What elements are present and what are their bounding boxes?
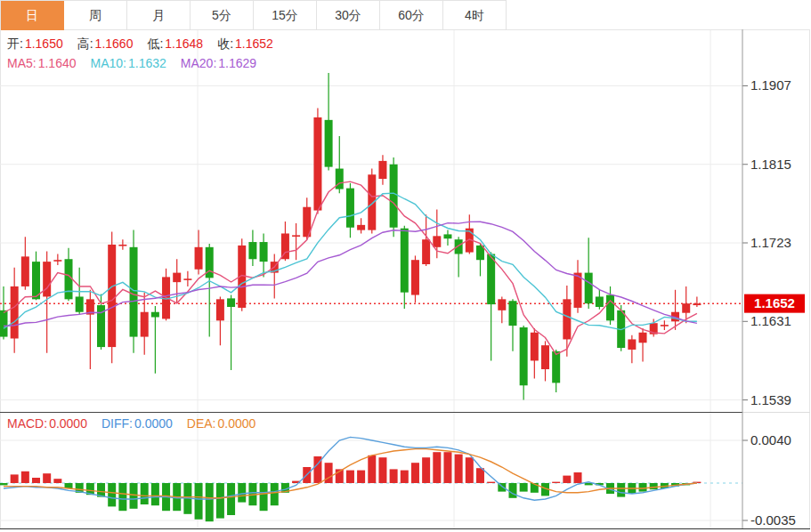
ma-item: MA10:1.1632	[91, 56, 166, 70]
candle-body	[682, 303, 690, 313]
macd-hist-bar	[195, 483, 203, 520]
macd-value: 0.0000	[217, 416, 255, 431]
candle-body	[21, 256, 29, 286]
candle-body	[76, 296, 84, 311]
candle-body	[53, 260, 61, 262]
candle-body	[313, 117, 321, 211]
candle-body	[422, 239, 430, 264]
macd-hist-bar	[617, 483, 625, 497]
candle-body	[357, 225, 365, 230]
candlestick-chart-canvas: 1.19071.18151.17231.16311.15390.0040-0.0…	[0, 0, 811, 532]
timeframe-tab-bar: 日周月5分15分30分60分4时	[0, 0, 507, 29]
candle-body	[520, 327, 528, 385]
ma-item: MA20:1.1629	[181, 56, 256, 70]
ohlc-legend: 开:1.1650高:1.1660低:1.1648收:1.1652	[7, 36, 288, 52]
candle-body	[130, 247, 138, 337]
candle-body	[346, 189, 354, 228]
macd-hist-bar	[455, 455, 463, 483]
macd-tick-label: -0.0035	[750, 512, 796, 528]
macd-hist-bar	[411, 463, 419, 483]
candle-body	[411, 260, 419, 294]
ma-label: MA5:	[7, 56, 36, 70]
candle-body	[108, 245, 116, 347]
ohlc-item: 低:1.1648	[147, 36, 203, 52]
ma-item: MA5:1.1640	[7, 56, 77, 70]
candle-body	[378, 161, 386, 179]
last-price-badge-text: 1.1652	[754, 295, 795, 310]
tab-5分[interactable]: 5分	[191, 1, 254, 30]
tab-60分[interactable]: 60分	[380, 1, 443, 30]
tab-15分[interactable]: 15分	[254, 1, 317, 30]
tab-周[interactable]: 周	[64, 1, 127, 30]
candle-body	[118, 245, 126, 246]
candle-body	[552, 351, 560, 383]
ohlc-label: 开:	[7, 36, 23, 52]
ohlc-label: 收:	[217, 36, 233, 52]
candle-body	[443, 234, 451, 238]
macd-hist-bar	[260, 483, 268, 511]
macd-hist-bar	[520, 483, 528, 492]
macd-item: MACD:0.0000	[7, 416, 87, 431]
macd-hist-bar	[508, 483, 516, 498]
macd-hist-bar	[443, 452, 451, 483]
ohlc-label: 高:	[77, 36, 93, 52]
ohlc-item: 开:1.1650	[7, 36, 63, 52]
macd-hist-bar	[390, 469, 398, 483]
candle-body	[693, 303, 701, 305]
macd-hist-bar	[422, 457, 430, 483]
tab-日[interactable]: 日	[1, 1, 64, 30]
macd-item: DIFF:0.0000	[101, 416, 173, 431]
candle-body	[661, 325, 669, 326]
macd-hist-bar	[206, 483, 214, 521]
macd-item: DEA:0.0000	[187, 416, 256, 431]
ohlc-item: 高:1.1660	[77, 36, 134, 52]
candle-body	[260, 242, 268, 262]
ohlc-value: 1.1652	[235, 36, 273, 52]
candle-body	[0, 310, 8, 337]
macd-hist-bar	[238, 483, 246, 503]
macd-hist-bar	[227, 483, 235, 515]
candle-body	[325, 120, 333, 167]
candle-body	[390, 165, 398, 228]
macd-hist-bar	[368, 455, 376, 483]
macd-hist-bar	[639, 483, 647, 492]
macd-label: DIFF:	[101, 416, 133, 431]
candle-body	[65, 259, 73, 299]
price-tick-label: 1.1539	[750, 392, 791, 407]
candle-body	[141, 312, 149, 337]
candle-body	[585, 273, 593, 304]
candle-body	[628, 339, 636, 350]
macd-hist-bar	[433, 452, 441, 483]
tab-30分[interactable]: 30分	[317, 1, 380, 30]
candle-body	[248, 242, 256, 259]
candle-body	[195, 247, 203, 270]
candle-body	[227, 298, 235, 307]
ohlc-value: 1.1648	[165, 36, 203, 52]
tab-月[interactable]: 月	[127, 1, 191, 30]
candle-body	[151, 312, 159, 318]
macd-hist-bar	[53, 479, 61, 483]
ma-value: 1.1629	[218, 56, 256, 70]
candle-body	[43, 262, 51, 296]
macd-hist-bar	[346, 471, 354, 483]
macd-hist-bar	[552, 482, 560, 483]
ma-legend: MA5:1.1640MA10:1.1632MA20:1.1629	[7, 56, 271, 70]
macd-label: DEA:	[187, 416, 216, 431]
macd-hist-bar	[271, 483, 279, 505]
macd-value: 0.0000	[49, 416, 87, 431]
macd-hist-bar	[378, 457, 386, 483]
candle-body	[541, 345, 549, 369]
price-tick-label: 1.1631	[750, 313, 791, 328]
macd-legend: MACD:0.0000DIFF:0.0000DEA:0.0000	[7, 416, 270, 431]
candle-body	[531, 333, 539, 361]
ohlc-item: 收:1.1652	[217, 36, 273, 52]
candle-body	[183, 278, 191, 280]
candle-body	[292, 235, 300, 237]
candle-body	[596, 296, 604, 307]
tab-4时[interactable]: 4时	[443, 1, 507, 30]
macd-hist-bar	[108, 483, 116, 506]
macd-hist-bar	[11, 474, 19, 483]
macd-hist-bar	[216, 483, 224, 519]
macd-hist-bar	[32, 478, 40, 483]
candle-body	[11, 286, 19, 339]
